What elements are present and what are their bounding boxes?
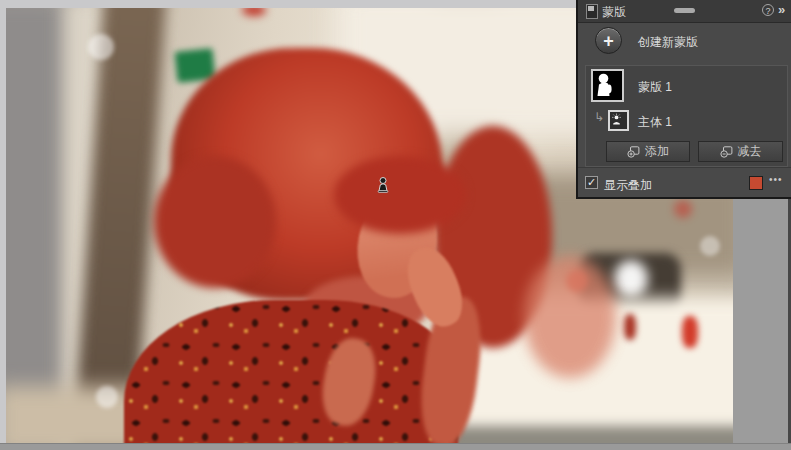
collapse-panel-icon[interactable]: » xyxy=(778,2,785,17)
subject-hair-masked xyxy=(154,156,276,288)
subject-hair-bang xyxy=(334,156,466,234)
subject-row-label[interactable]: 主体 1 xyxy=(638,114,672,131)
subtract-mask-icon xyxy=(720,146,733,158)
photo-bokeh xyxy=(96,386,118,408)
help-icon[interactable]: ? xyxy=(762,4,774,16)
create-mask-button[interactable]: + xyxy=(595,27,622,54)
photo-car-glare xyxy=(614,260,648,298)
subject-thumbnail[interactable] xyxy=(608,110,629,131)
subtract-from-mask-button[interactable]: 减去 xyxy=(698,141,783,162)
subject-hair-highlight xyxy=(524,256,616,378)
mask-thumbnail[interactable] xyxy=(591,69,624,102)
photo-building-left xyxy=(6,8,66,443)
canvas-bottom-bar xyxy=(0,443,791,450)
overlay-row: ✓ 显示叠加 ••• xyxy=(578,167,791,198)
panel-icon xyxy=(586,4,598,19)
overlay-color-swatch[interactable] xyxy=(749,176,763,190)
drag-handle[interactable] xyxy=(674,8,695,13)
photo-bokeh xyxy=(700,236,720,256)
masks-panel-header[interactable]: 蒙版 ? » xyxy=(578,0,791,23)
subtract-button-label: 减去 xyxy=(738,143,762,160)
overlay-label: 显示叠加 xyxy=(604,177,652,194)
subject-select-icon[interactable] xyxy=(376,176,390,193)
mask-group[interactable]: 蒙版 1 ↳ 主体 1 添加 xyxy=(585,65,788,167)
add-to-mask-button[interactable]: 添加 xyxy=(606,141,690,162)
panel-title: 蒙版 xyxy=(602,4,626,21)
photo-red-post xyxy=(624,314,636,340)
add-mask-icon xyxy=(627,146,640,158)
photo-red-bokeh xyxy=(674,200,692,218)
masks-panel: 蒙版 ? » + 创建新蒙版 蒙版 1 ↳ xyxy=(576,0,791,199)
add-button-label: 添加 xyxy=(645,143,669,160)
create-mask-row: + 创建新蒙版 xyxy=(578,22,791,62)
photo-red-hydrant xyxy=(682,316,698,348)
overlay-checkbox[interactable]: ✓ xyxy=(585,176,598,189)
photo-bokeh xyxy=(88,34,114,60)
more-options-icon[interactable]: ••• xyxy=(769,174,783,185)
branch-arrow-icon: ↳ xyxy=(594,110,604,124)
mask-row-label[interactable]: 蒙版 1 xyxy=(638,79,672,96)
create-mask-label: 创建新蒙版 xyxy=(638,34,698,51)
